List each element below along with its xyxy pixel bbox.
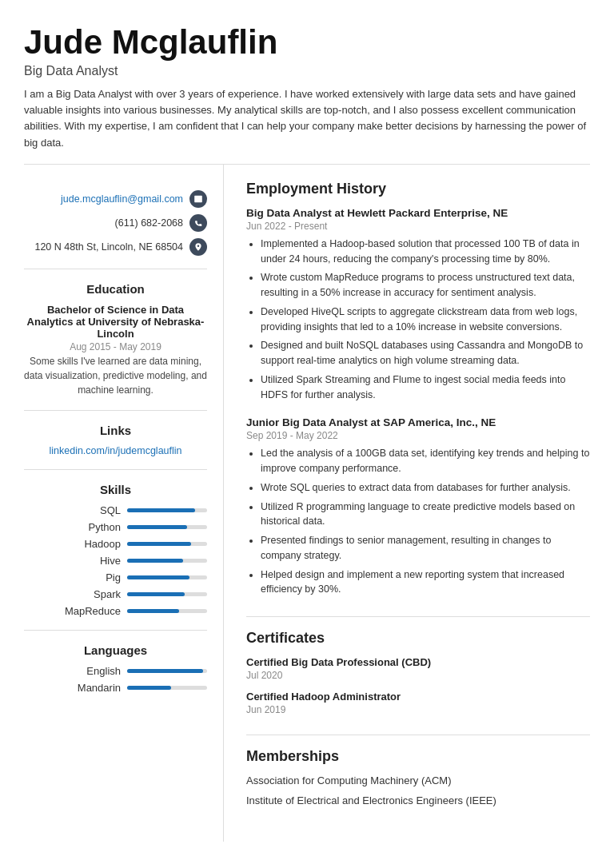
certs-list: Certified Big Data Professional (CBD) Ju… [246,656,590,715]
left-column: jude.mcglauflin@gmail.com (611) 682-2068… [24,165,224,842]
main-layout: jude.mcglauflin@gmail.com (611) 682-2068… [24,165,590,842]
divider-6 [246,735,590,735]
candidate-title: Big Data Analyst [24,64,590,78]
cert-block: Certified Hadoop Administrator Jun 2019 [246,691,590,715]
skill-row: Pig [24,571,207,583]
skill-bar-bg [127,575,207,579]
location-icon [189,238,207,256]
email-contact[interactable]: jude.mcglauflin@gmail.com [24,190,207,208]
skill-name: Pig [73,571,121,583]
cert-name: Certified Hadoop Administrator [246,691,590,703]
skill-bar-bg [127,542,207,546]
skill-row: SQL [24,504,207,516]
language-bar-bg [127,686,207,690]
job-date: Sep 2019 - May 2022 [246,430,590,441]
language-row: Mandarin [24,682,207,694]
language-name: English [73,665,121,677]
edu-degree: Bachelor of Science in Data Analytics at… [24,304,207,340]
skill-bar-fill [127,609,179,613]
education-title: Education [24,282,207,296]
job-date: Jun 2022 - Present [246,221,590,232]
candidate-summary: I am a Big Data Analyst with over 3 year… [24,86,590,151]
skill-row: MapReduce [24,605,207,617]
job-title: Junior Big Data Analyst at SAP America, … [246,416,590,428]
skill-row: Hive [24,555,207,567]
links-block: linkedin.com/in/judemcglauflin [24,445,207,456]
edu-description: Some skills I've learned are data mining… [24,354,207,397]
cert-date: Jun 2019 [246,704,590,715]
cert-date: Jul 2020 [246,670,590,681]
candidate-name: Jude Mcglauflin [24,24,590,61]
job-title: Big Data Analyst at Hewlett Packard Ente… [246,207,590,219]
skill-bar-bg [127,592,207,596]
language-bar-bg [127,669,207,673]
language-row: English [24,665,207,677]
list-item: Wrote SQL queries to extract data from d… [261,480,590,496]
phone-contact: (611) 682-2068 [24,214,207,232]
skill-name: MapReduce [65,605,121,617]
skill-bar-fill [127,575,189,579]
list-item: Utilized Spark Streaming and Flume to in… [261,372,590,403]
contact-section: jude.mcglauflin@gmail.com (611) 682-2068… [24,181,207,256]
header-section: Jude Mcglauflin Big Data Analyst I am a … [24,24,590,165]
list-item: Utilized R programming language to creat… [261,500,590,530]
language-bar-fill [127,686,171,690]
divider-3 [24,469,207,470]
divider-2 [24,410,207,411]
job-bullets: Implemented a Hadoop-based solution that… [246,237,590,403]
links-title: Links [24,424,207,437]
divider-4 [24,630,207,631]
job-block: Big Data Analyst at Hewlett Packard Ente… [246,207,590,403]
divider-1 [24,269,207,269]
list-item: Designed and built NoSQL databases using… [261,338,590,368]
skill-bar-bg [127,609,207,613]
skill-row: Hadoop [24,538,207,550]
list-item: Wrote custom MapReduce programs to proce… [261,270,590,301]
education-section: Education Bachelor of Science in Data An… [24,282,207,397]
cert-block: Certified Big Data Professional (CBD) Ju… [246,656,590,681]
membership-item: Institute of Electrical and Electronics … [246,794,590,806]
skill-bar-fill [127,508,195,512]
right-column: Employment History Big Data Analyst at H… [224,165,590,842]
employment-title: Employment History [246,181,590,197]
list-item: Led the analysis of a 100GB data set, id… [261,446,590,476]
links-section: Links linkedin.com/in/judemcglauflin [24,424,207,456]
skill-name: Spark [73,588,121,600]
list-item: Presented findings to senior management,… [261,533,590,563]
skill-bar-fill [127,559,183,563]
address-text: 120 N 48th St, Lincoln, NE 68504 [34,241,183,253]
skill-bar-fill [127,542,191,546]
skill-name: Hadoop [73,538,121,550]
job-block: Junior Big Data Analyst at SAP America, … [246,416,590,597]
language-name: Mandarin [73,682,121,694]
languages-section: Languages English Mandarin [24,643,207,694]
phone-icon [189,214,207,232]
divider-5 [246,616,590,617]
job-bullets: Led the analysis of a 100GB data set, id… [246,446,590,597]
skills-section: Skills SQL Python Hadoop Hive Pig Spark … [24,483,207,617]
skills-list: SQL Python Hadoop Hive Pig Spark MapRedu… [24,504,207,617]
email-text[interactable]: jude.mcglauflin@gmail.com [61,193,183,205]
cert-name: Certified Big Data Professional (CBD) [246,656,590,668]
employment-section: Employment History Big Data Analyst at H… [246,181,590,597]
jobs-list: Big Data Analyst at Hewlett Packard Ente… [246,207,590,597]
skill-name: Python [73,521,121,533]
certificates-section: Certificates Certified Big Data Professi… [246,630,590,715]
list-item: Implemented a Hadoop-based solution that… [261,237,590,267]
edu-date: Aug 2015 - May 2019 [24,341,207,352]
languages-list: English Mandarin [24,665,207,694]
education-block: Bachelor of Science in Data Analytics at… [24,304,207,397]
email-icon [189,190,207,208]
certificates-title: Certificates [246,630,590,647]
membership-item: Association for Computing Machinery (ACM… [246,774,590,786]
list-item: Helped design and implement a new report… [261,567,590,598]
list-item: Developed HiveQL scripts to aggregate cl… [261,305,590,335]
language-bar-fill [127,669,203,673]
skill-bar-bg [127,508,207,512]
address-contact: 120 N 48th St, Lincoln, NE 68504 [24,238,207,256]
languages-title: Languages [24,643,207,657]
skill-name: Hive [73,555,121,567]
skills-title: Skills [24,483,207,496]
linkedin-link[interactable]: linkedin.com/in/judemcglauflin [24,445,207,456]
phone-text: (611) 682-2068 [115,217,183,229]
